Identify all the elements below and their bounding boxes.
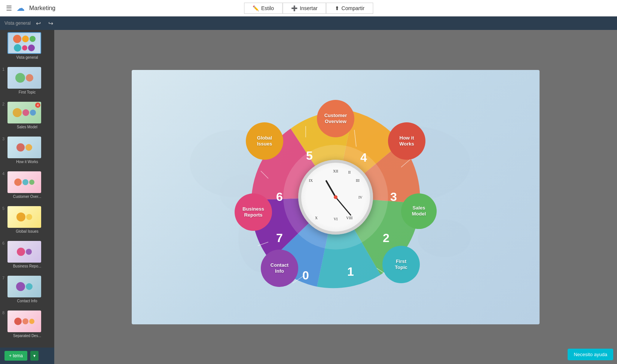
clock-2: II [348,170,351,174]
sidebar-item-overview[interactable]: Vista general [0,30,54,62]
label-how-it-works: How itWorks [388,122,425,160]
share-icon: ⬆ [335,5,339,11]
slide-thumb-7 [7,276,41,297]
clock-inner: XII III VI IX II IV VIII X [301,163,370,232]
sidebar-item-4[interactable]: 4 Customer Over... [0,169,54,201]
clock-9: IX [309,178,313,183]
sidebar-item-2[interactable]: 2 4 Sales Model [0,100,54,131]
slide-number-8: 8 [2,311,7,315]
sidebar: Vista general 1 First Topic 2 4 [0,30,54,364]
sidebar-item-3[interactable]: 3 How it Works [0,134,54,166]
plus-icon: ➕ [291,5,297,11]
svg-text:5: 5 [306,149,313,162]
sidebar-item-label-overview: Vista general [0,55,54,62]
clock-hand-minute [335,197,351,216]
help-button[interactable]: Necesito ayuda [568,349,613,360]
svg-text:6: 6 [276,190,283,204]
sidebar-item-label-3: How it Works [0,159,54,166]
pencil-icon: ✏️ [253,5,259,11]
sidebar-item-1[interactable]: 1 First Topic [0,65,54,97]
sidebar-item-label-7: Contact Info [0,298,54,305]
svg-text:2: 2 [383,231,390,245]
clock-4: IV [358,195,363,199]
clock-12: XII [333,169,338,173]
slide-number-4: 4 [2,171,7,176]
infographic: 4 3 2 1 0 7 6 5 [231,92,440,302]
toolbar: Vista general ↩ ↪ [0,16,617,30]
slide-thumb-3 [7,137,41,158]
clock-6: VI [334,217,338,221]
content-area: 4 3 2 1 0 7 6 5 [54,30,617,364]
label-global-issues: GlobalIssues [246,122,283,160]
label-contact-info: ContactInfo [261,250,298,287]
slide-thumb-8 [7,311,41,332]
style-button[interactable]: ✏️ Estilo [244,3,282,14]
clock-center-dot [334,195,337,199]
sidebar-item-label-5: Global Issues [0,229,54,236]
topbar-buttons: ✏️ Estilo ➕ Insertar ⬆ Compartir [244,3,373,14]
sidebar-item-5[interactable]: 5 Global Issues [0,204,54,236]
svg-text:4: 4 [360,151,367,164]
sidebar-item-label-6: Business Repo... [0,263,54,270]
svg-text:1: 1 [347,265,354,278]
sidebar-item-8[interactable]: 8 Separated Des... [0,308,54,340]
insert-button[interactable]: ➕ Insertar [282,3,326,14]
clock-8: VIII [346,215,352,220]
section-label: Vista general [4,21,31,26]
sidebar-item-label-2: Sales Model [0,124,54,131]
svg-text:3: 3 [390,190,397,204]
slide-number-6: 6 [2,241,7,245]
label-sales-model: SalesModel [401,193,437,229]
label-business-reports: BusinessReports [235,193,272,231]
slide-number-1: 1 [2,67,7,71]
svg-text:7: 7 [276,231,283,245]
clock-hand-hour [325,180,336,197]
slide-canvas: 4 3 2 1 0 7 6 5 [132,70,540,324]
cloud-icon: ☁ [16,3,25,13]
sidebar-item-6[interactable]: 6 Business Repo... [0,239,54,270]
slide-number-7: 7 [2,276,7,280]
slide-thumb-6 [7,241,41,263]
bottombar: + tema ▾ [0,348,54,364]
help-label: Necesito ayuda [574,352,607,357]
clock-10: X [315,215,318,220]
svg-text:0: 0 [302,269,309,282]
share-button[interactable]: ⬆ Compartir [326,3,373,14]
badge-2: 4 [35,103,40,108]
redo-button[interactable]: ↪ [46,19,55,28]
sidebar-item-label-8: Separated Des... [0,333,54,340]
add-tema-button[interactable]: + tema [4,351,27,361]
slide-number-2: 2 [2,102,7,106]
slide-number-5: 5 [2,206,7,211]
label-customer-overview: CustomerOverview [317,100,354,137]
undo-button[interactable]: ↩ [34,19,43,28]
sidebar-item-label-1: First Topic [0,89,54,97]
slide-thumb-2: 4 [7,102,41,123]
menu-icon[interactable]: ☰ [6,4,12,12]
add-tema-dropdown[interactable]: ▾ [30,351,39,361]
overview-thumb [7,32,41,54]
clock-3: III [356,178,360,183]
slide-thumb-1 [7,67,41,89]
main-layout: Vista general 1 First Topic 2 4 [0,30,617,364]
sidebar-item-label-4: Customer Over... [0,194,54,201]
topbar: ☰ ☁ Marketing ✏️ Estilo ➕ Insertar ⬆ Com… [0,0,617,16]
add-tema-label: + tema [9,353,23,358]
sidebar-item-7[interactable]: 7 Contact Info [0,273,54,305]
slide-thumb-4 [7,171,41,193]
label-first-topic: FirstTopic [382,246,420,283]
slide-number-3: 3 [2,137,7,141]
clock-face: XII III VI IX II IV VIII X [298,160,373,235]
slide-thumb-5 [7,206,41,228]
app-title: Marketing [29,5,55,12]
